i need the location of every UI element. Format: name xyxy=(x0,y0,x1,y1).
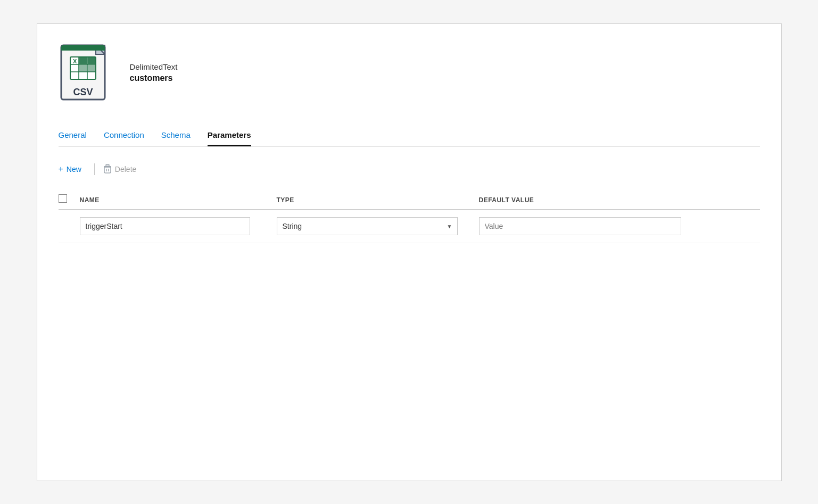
name-input[interactable] xyxy=(80,217,250,235)
toolbar-separator xyxy=(94,163,95,175)
dataset-type-label: DelimitedText xyxy=(130,62,178,71)
col-header-default: DEFAULT VALUE xyxy=(479,196,534,204)
col-header-type: TYPE xyxy=(277,196,294,204)
svg-rect-15 xyxy=(106,164,109,166)
row-name-col xyxy=(80,217,277,235)
row-default-col xyxy=(479,217,760,235)
plus-icon: + xyxy=(59,164,63,174)
tabs-bar: General Connection Schema Parameters xyxy=(59,130,760,147)
delete-button[interactable]: Delete xyxy=(103,162,141,177)
col-header-name: NAME xyxy=(80,196,100,204)
dataset-header: X CSV DelimitedText customers xyxy=(59,41,760,105)
main-panel: X CSV DelimitedText customers General Co… xyxy=(37,23,782,481)
row-type-col: String Integer Boolean Float Array Objec… xyxy=(277,217,479,235)
header-name-col: NAME xyxy=(80,195,277,204)
svg-rect-10 xyxy=(88,57,95,64)
parameters-table: NAME TYPE DEFAULT VALUE String Integ xyxy=(59,190,760,243)
header-text-block: DelimitedText customers xyxy=(130,62,178,83)
svg-rect-16 xyxy=(104,167,111,173)
tab-connection[interactable]: Connection xyxy=(104,130,144,146)
type-select-wrapper: String Integer Boolean Float Array Objec… xyxy=(277,217,458,235)
svg-text:CSV: CSV xyxy=(73,87,93,97)
svg-rect-12 xyxy=(88,65,95,72)
svg-text:X: X xyxy=(73,58,77,64)
table-header-row: NAME TYPE DEFAULT VALUE xyxy=(59,190,760,210)
header-default-col: DEFAULT VALUE xyxy=(479,195,760,204)
svg-rect-9 xyxy=(79,57,87,64)
dataset-name-label: customers xyxy=(130,73,178,83)
new-button-label: New xyxy=(67,165,81,173)
default-value-input[interactable] xyxy=(479,217,681,235)
header-checkbox-col xyxy=(59,194,80,205)
parameters-toolbar: + New Delete xyxy=(59,162,760,177)
tab-parameters[interactable]: Parameters xyxy=(208,130,251,146)
delete-button-label: Delete xyxy=(115,165,136,173)
table-row: String Integer Boolean Float Array Objec… xyxy=(59,210,760,243)
new-button[interactable]: + New xyxy=(59,162,86,176)
header-type-col: TYPE xyxy=(277,195,479,204)
svg-rect-2 xyxy=(61,48,105,51)
tab-schema[interactable]: Schema xyxy=(161,130,191,146)
trash-icon xyxy=(103,164,112,175)
select-all-checkbox[interactable] xyxy=(59,194,67,203)
type-select[interactable]: String Integer Boolean Float Array Objec… xyxy=(277,217,458,235)
csv-file-icon: X CSV xyxy=(59,41,117,105)
svg-rect-11 xyxy=(79,65,87,72)
tab-general[interactable]: General xyxy=(59,130,87,146)
